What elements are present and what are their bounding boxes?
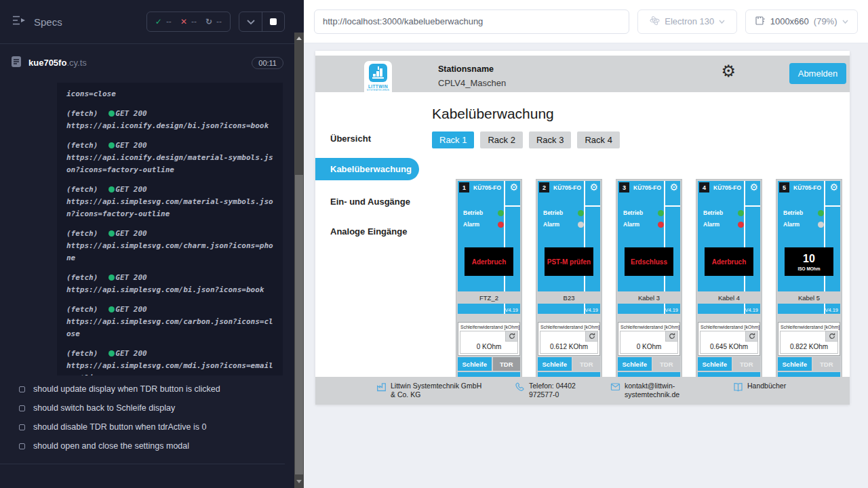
refresh-icon: ↻	[205, 17, 212, 26]
browser-region: Electron 130 1000x660 (79%) LITTWIN SYST…	[304, 0, 868, 488]
sidebar-item-analoge-eingaenge[interactable]: Analoge Eingänge	[315, 221, 419, 241]
stat-passed[interactable]: ✓--	[155, 17, 172, 26]
cross-icon: ✕	[180, 17, 187, 26]
sidebar-item-uebersicht[interactable]: Übersicht	[315, 128, 419, 148]
schleife-button[interactable]: Schleife	[538, 357, 572, 371]
module-gear-icon[interactable]: ⚙	[749, 182, 758, 192]
test-row[interactable]: should open and close the settings modal	[0, 436, 285, 455]
test-row[interactable]: should update display when TDR button is…	[0, 380, 285, 399]
led-block: Betrieb Alarm	[543, 209, 584, 232]
spec-file-icon	[11, 56, 22, 70]
footer-manuals-link[interactable]: Handbücher	[733, 382, 786, 394]
scroll-up-arrow[interactable]	[294, 34, 304, 42]
refresh-button[interactable]	[745, 331, 757, 342]
network-log-entry[interactable]: (fetch)GET 200 https://api.iconify.desig…	[66, 108, 273, 132]
module-panel: 4 KÜ705-FO ⚙ Betrieb Alarm Aderbruch Kab…	[698, 181, 760, 314]
betrieb-led	[578, 210, 584, 216]
sidebar-item-kabelueberwachung[interactable]: Kabelüberwachung	[315, 158, 419, 180]
refresh-button[interactable]	[665, 331, 677, 342]
tab-rack-1[interactable]: Rack 1	[432, 131, 474, 148]
scrollbar-thumb[interactable]	[295, 175, 303, 474]
tab-rack-2[interactable]: Rack 2	[480, 131, 522, 148]
measurement-panel: Schleifenwiderstand [kOhm] 0.645 KOhm	[698, 322, 760, 356]
schleife-button[interactable]: Schleife	[698, 357, 732, 371]
test-row[interactable]: should switch back to Schleife display	[0, 399, 285, 418]
refresh-button[interactable]	[585, 331, 597, 342]
refresh-button[interactable]	[505, 331, 517, 342]
tdr-button[interactable]: TDR	[733, 357, 761, 371]
viewport-size-selector[interactable]: 1000x660 (79%)	[745, 9, 858, 34]
module-title: KÜ705-FO	[553, 184, 581, 191]
cable-label: Kabel 4	[698, 291, 760, 304]
schleife-button[interactable]: Schleife	[458, 357, 492, 371]
led-block: Betrieb Alarm	[703, 209, 744, 232]
scrollbar-track[interactable]	[294, 33, 304, 488]
littwin-logo-icon	[369, 64, 387, 82]
network-log-entry[interactable]: (fetch)GET 200 https://api.iconify.desig…	[66, 140, 273, 176]
network-log-entry[interactable]: (fetch)GET 200 https://api.simplesvg.com…	[66, 348, 273, 375]
module-gear-icon[interactable]: ⚙	[669, 182, 678, 192]
page-title: Kabelüberwachung	[432, 106, 554, 122]
module-number-badge: 3	[619, 182, 629, 192]
firmware-version: V4.19	[585, 307, 598, 313]
tdr-button[interactable]: TDR	[813, 357, 841, 371]
schleife-button[interactable]: Schleife	[618, 357, 652, 371]
alarm-led	[498, 222, 504, 228]
test-row[interactable]: should disable TDR button when tdrActive…	[0, 418, 285, 436]
status-dot-icon	[108, 306, 115, 312]
sidebar-item-ein-und-ausgaenge[interactable]: Ein- und Ausgänge	[315, 191, 419, 211]
schleife-button[interactable]: Schleife	[778, 357, 812, 371]
tdr-button[interactable]: TDR	[493, 357, 521, 371]
ku-module-card: 4 KÜ705-FO ⚙ Betrieb Alarm Aderbruch Kab…	[696, 179, 762, 381]
specs-list-icon[interactable]	[12, 15, 26, 28]
status-dot-icon	[108, 230, 115, 237]
module-display: 10 ISO MOhm	[785, 247, 833, 276]
led-block: Betrieb Alarm	[623, 209, 664, 232]
measurement-value-box: 0 KOhm	[620, 331, 678, 354]
module-gear-icon[interactable]: ⚙	[589, 182, 598, 192]
phone-icon	[515, 382, 525, 399]
module-gear-icon[interactable]: ⚙	[509, 182, 518, 192]
stat-failed[interactable]: ✕--	[180, 17, 197, 26]
network-log-entry[interactable]: (fetch)GET 200 https://api.simplesvg.com…	[66, 272, 273, 296]
tab-rack-4[interactable]: Rack 4	[577, 131, 619, 148]
collapse-chevron-button[interactable]	[239, 12, 262, 31]
module-gear-icon[interactable]: ⚙	[829, 182, 838, 192]
led-block: Betrieb Alarm	[463, 209, 504, 232]
network-log-entry[interactable]: (fetch)GET 200 https://api.simplesvg.com…	[66, 184, 273, 220]
settings-gear-icon[interactable]: ⚙	[721, 63, 736, 79]
refresh-button[interactable]	[825, 331, 837, 342]
test-stats-group: ✓-- ✕-- ↻--	[146, 12, 231, 32]
log-text: icons=close	[66, 88, 273, 100]
log-url: https://api.simplesvg.com/charm.json?ico…	[66, 240, 273, 264]
scroll-down-arrow[interactable]	[294, 477, 304, 485]
spec-file-row[interactable]: kue705fo.cy.ts 00:11	[0, 43, 294, 81]
tab-rack-3[interactable]: Rack 3	[529, 131, 571, 148]
browser-selector[interactable]: Electron 130	[637, 9, 737, 34]
test-pending-icon	[19, 424, 25, 430]
measurement-panel: Schleifenwiderstand [kOhm] 0 KOhm	[458, 322, 520, 356]
betrieb-led	[818, 210, 824, 216]
module-cards-row: 1 KÜ705-FO ⚙ Betrieb Alarm Aderbruch FTZ…	[456, 179, 842, 381]
alarm-led	[578, 222, 584, 228]
runner-controls	[239, 12, 285, 32]
test-pending-icon	[19, 405, 25, 411]
ku-module-card: 2 KÜ705-FO ⚙ Betrieb Alarm PST-M prüfen …	[536, 179, 602, 381]
measurement-value: 0.822 KOhm	[781, 343, 837, 350]
stat-pending[interactable]: ↻--	[205, 17, 222, 26]
network-log-entry[interactable]: (fetch)GET 200 https://api.simplesvg.com…	[66, 228, 273, 264]
network-log-entry[interactable]: (fetch)GET 200 https://api.simplesvg.com…	[66, 304, 273, 340]
stop-icon	[270, 18, 277, 25]
tdr-button[interactable]: TDR	[653, 357, 681, 371]
electron-icon	[650, 16, 660, 28]
logout-button[interactable]: Abmelden	[789, 63, 846, 84]
specs-title[interactable]: Specs	[34, 16, 62, 28]
cable-label: B23	[538, 291, 600, 304]
betrieb-led	[498, 210, 504, 216]
url-input[interactable]	[314, 9, 629, 34]
tdr-button[interactable]: TDR	[573, 357, 601, 371]
test-pending-icon	[19, 386, 25, 392]
station-info: Stationsname CPLV4_Maschen	[438, 64, 506, 88]
measurement-value: 0 KOhm	[620, 343, 677, 350]
stop-button[interactable]	[262, 12, 284, 31]
